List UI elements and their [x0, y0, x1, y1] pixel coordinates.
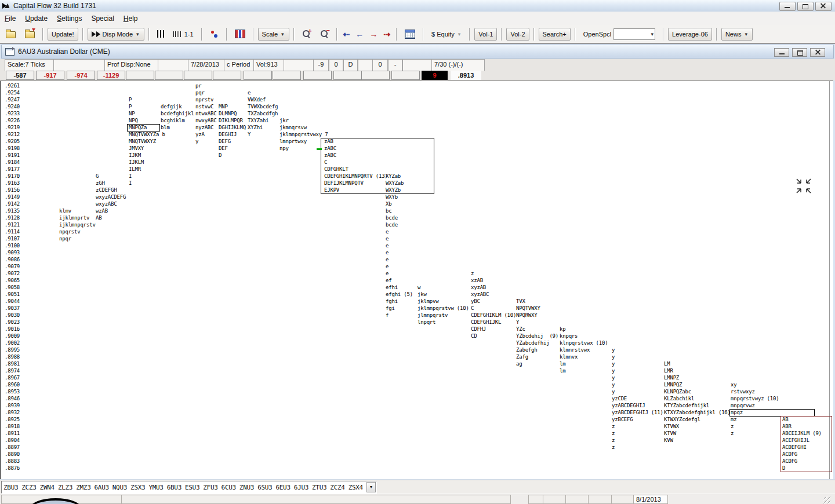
ticker-symbol[interactable]: ZCZ3: [20, 484, 38, 491]
tpo-cell: KTXYZabcdefghijkl (16): [664, 410, 731, 416]
tpo-cell: e: [386, 264, 389, 270]
split-profile-button[interactable]: 1-1: [170, 28, 197, 41]
ticker-symbol[interactable]: ESU3: [183, 484, 201, 491]
ticker-symbol[interactable]: ZMZ3: [74, 484, 92, 491]
ticker-symbol[interactable]: ZSX4: [347, 484, 365, 491]
info-cell: -974: [67, 71, 95, 80]
open-special-button[interactable]: [21, 28, 38, 41]
menu-item-help[interactable]: Help: [119, 13, 143, 24]
step-back-button[interactable]: ←: [354, 28, 365, 41]
ticker-symbol[interactable]: 6JU3: [292, 484, 310, 491]
price-label: .8883: [5, 459, 20, 465]
profile-bars-button[interactable]: [154, 28, 168, 41]
search-plus-label: Search+: [543, 31, 567, 38]
ticker-symbol[interactable]: ZLZ3: [56, 484, 74, 491]
tpo-cell: nyzABC: [195, 125, 213, 131]
chevron-down-icon: ▾: [457, 31, 462, 37]
chart-minimize-button[interactable]: [774, 48, 789, 57]
info-cell: -: [388, 59, 402, 71]
openspcl-combobox[interactable]: ▾: [613, 28, 655, 40]
chart-restore-button[interactable]: [792, 48, 807, 57]
tpo-cell: kp: [560, 327, 565, 333]
tpo-cell: y: [612, 382, 615, 388]
price-label: .8946: [5, 396, 20, 402]
menu-item-update[interactable]: Update: [20, 13, 52, 24]
resize-grip[interactable]: [823, 496, 830, 503]
disp-mode-button[interactable]: Disp Mode ▾: [88, 28, 144, 41]
ticker-symbol[interactable]: ZTU3: [310, 484, 328, 491]
dots-mode-button[interactable]: [206, 28, 222, 41]
info-cell: 7/30 (-)/(-): [431, 59, 485, 71]
ticker-symbol[interactable]: NQU3: [111, 484, 129, 491]
tpo-cell: ijklmnprtv: [59, 216, 89, 221]
ticker-symbol[interactable]: 6BU3: [165, 484, 183, 491]
tpo-cell: LMNPQZ: [664, 382, 682, 388]
calendar-button[interactable]: [401, 28, 419, 41]
profile-chart[interactable]: .9261.9254.9247.9240.9233.9226.9219.9212…: [0, 81, 833, 479]
skip-forward-button[interactable]: ⇢: [382, 28, 392, 41]
skip-back-button[interactable]: ⇠: [342, 28, 352, 41]
tpo-cell: efghi (5): [386, 292, 413, 298]
ticker-symbol[interactable]: ZWN4: [38, 484, 56, 491]
ticker-symbol[interactable]: ZFU3: [201, 484, 219, 491]
close-button[interactable]: [815, 2, 832, 11]
chart-window-icon: [5, 48, 14, 56]
vol2-button[interactable]: Vol-2: [506, 28, 529, 41]
tpo-cell: nstvwC: [195, 104, 213, 110]
tpo-cell: AB: [96, 216, 101, 221]
ticker-symbol[interactable]: 6SU3: [256, 484, 274, 491]
step-forward-button[interactable]: →: [368, 28, 379, 41]
info-cell: Prof Disp:None: [104, 59, 160, 71]
tpo-cell: e: [248, 90, 251, 96]
equity-combo[interactable]: $ Equity ▾: [428, 28, 465, 41]
ticker-symbol[interactable]: ZSX3: [129, 484, 147, 491]
news-button[interactable]: News ▾: [721, 28, 753, 41]
tpo-cell: ijklmnpqrstv: [59, 222, 96, 228]
ticker-symbol[interactable]: 6CU3: [220, 484, 238, 491]
ticker-symbol[interactable]: ZBU3: [2, 484, 20, 491]
price-label: .9037: [5, 306, 20, 312]
ticker-dropdown-button[interactable]: ▾: [366, 482, 376, 492]
update-button[interactable]: Update!: [48, 28, 78, 41]
tpo-cell: lm: [560, 368, 565, 374]
price-label: .9135: [5, 209, 20, 214]
maximize-button[interactable]: [797, 2, 814, 11]
ticker-symbol[interactable]: YMU3: [147, 484, 165, 491]
chart-window-titlebar: 6AU3 Australian Dollar (CME): [1, 45, 834, 59]
menu-item-settings[interactable]: Settings: [52, 13, 86, 24]
tpo-cell: LM: [664, 361, 670, 367]
app-icon: [2, 2, 10, 10]
price-label: .8932: [5, 410, 20, 416]
tpo-cell: NPQTVWXY: [516, 306, 540, 312]
ticker-symbol[interactable]: ZNU3: [238, 484, 256, 491]
minimize-button[interactable]: [779, 2, 796, 11]
price-label: .9247: [5, 97, 20, 103]
ticker-symbol[interactable]: ZCZ4: [328, 484, 346, 491]
ticker-symbol[interactable]: 6AU3: [92, 484, 110, 491]
tpo-cell: Xb: [386, 202, 391, 207]
tpo-cell: e: [386, 229, 389, 235]
scale-button[interactable]: Scale ▾: [258, 28, 289, 41]
tpo-cell: D: [219, 153, 222, 159]
tpo-cell: I: [129, 181, 132, 187]
price-label: .8911: [5, 431, 20, 437]
ticker-symbol[interactable]: 6EU3: [274, 484, 292, 491]
tpo-cell: wzAB: [96, 209, 108, 214]
chart-close-button[interactable]: [810, 48, 825, 57]
zoom-in-button[interactable]: +: [299, 28, 314, 41]
tpo-cell: klmv: [59, 209, 71, 214]
leverage-button[interactable]: Leverage-06: [668, 28, 712, 41]
grid-view-button[interactable]: [231, 28, 249, 41]
vol1-button[interactable]: Vol-1: [474, 28, 497, 41]
menu-item-file[interactable]: File: [0, 13, 20, 24]
open-file-button[interactable]: [2, 28, 19, 41]
status-cell: [528, 495, 544, 504]
menu-item-special[interactable]: Special: [86, 13, 118, 24]
collapse-arrows-icon[interactable]: [794, 177, 813, 195]
tpo-cell: yzCDE: [612, 396, 627, 402]
tpo-cell: defgijk: [161, 104, 182, 110]
search-plus-button[interactable]: Search+: [539, 28, 571, 41]
tpo-cell: e: [386, 243, 389, 249]
zoom-out-button[interactable]: −: [317, 28, 332, 41]
info-cell: [391, 71, 420, 80]
